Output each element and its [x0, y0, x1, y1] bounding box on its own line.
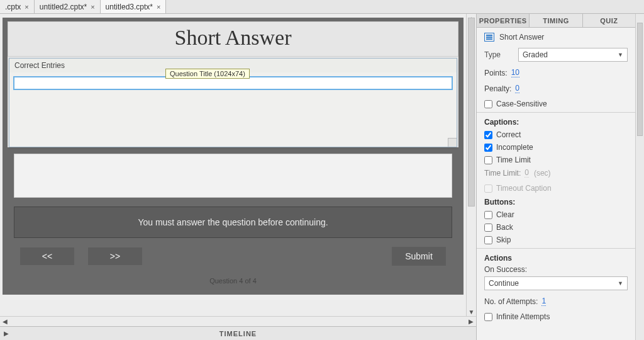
chevron-right-icon: ▶	[4, 330, 9, 337]
on-success-label: On Success:	[484, 265, 628, 274]
button-back-checkbox[interactable]	[484, 224, 492, 232]
scroll-thumb[interactable]	[468, 18, 475, 207]
scroll-left-icon[interactable]: ◀	[0, 317, 10, 326]
chevron-down-icon: ▼	[618, 52, 623, 58]
tab-label: untitled2.cptx*	[40, 3, 87, 11]
next-button[interactable]: >>	[88, 247, 142, 265]
type-select[interactable]: Graded ▼	[518, 48, 628, 62]
canvas-horizontal-scrollbar[interactable]: ◀ ▶	[0, 316, 476, 326]
scroll-right-icon[interactable]: ▶	[466, 317, 476, 326]
points-label: Points:	[484, 69, 508, 77]
scroll-thumb[interactable]	[637, 23, 643, 136]
question-title[interactable]: Short Answer	[8, 21, 458, 57]
button-skip-checkbox[interactable]	[484, 236, 492, 244]
attempts-value[interactable]: 1	[541, 297, 546, 306]
answer-area[interactable]	[14, 154, 452, 198]
document-tab-2[interactable]: untitled2.cptx* ×	[35, 0, 101, 13]
document-tabstrip: .cptx × untitled2.cptx* × untitled3.cptx…	[0, 0, 644, 14]
penalty-label: Penalty:	[484, 84, 511, 93]
captions-title: Captions:	[484, 118, 628, 127]
timelimit-unit: (sec)	[534, 169, 551, 178]
button-skip-label: Skip	[496, 235, 511, 244]
type-value: Graded	[523, 50, 548, 59]
on-success-value: Continue	[489, 279, 519, 288]
infinite-attempts-label: Infinite Attempts	[496, 312, 550, 321]
button-clear-checkbox[interactable]	[484, 211, 492, 219]
inspector-vertical-scrollbar[interactable]	[635, 14, 644, 340]
caption-incomplete-checkbox[interactable]	[484, 144, 492, 152]
prev-button[interactable]: <<	[20, 247, 74, 265]
case-sensitive-label: Case-Sensitive	[496, 99, 547, 108]
canvas-vertical-scrollbar[interactable]: ▲ ▼	[466, 14, 476, 316]
submit-button[interactable]: Submit	[392, 247, 446, 266]
document-tab-1[interactable]: .cptx ×	[0, 0, 35, 13]
timeout-caption-checkbox	[484, 184, 492, 193]
object-name: Short Answer	[499, 33, 544, 42]
actions-title: Actions	[484, 254, 628, 263]
type-label: Type	[484, 50, 514, 59]
buttons-title: Buttons:	[484, 198, 628, 207]
button-clear-label: Clear	[496, 210, 514, 219]
timeline-panel-header[interactable]: ▶ TIMELINE	[0, 326, 476, 340]
correct-entries-panel[interactable]: Correct Entries Question Title (1024x74)	[9, 58, 457, 147]
button-back-label: Back	[496, 223, 513, 232]
caption-incomplete-label: Incomplete	[496, 143, 533, 152]
tab-quiz[interactable]: QUIZ	[583, 14, 635, 27]
scroll-down-icon[interactable]: ▼	[467, 307, 476, 316]
timelimit-value[interactable]: 0	[525, 168, 529, 178]
resize-handle-icon[interactable]	[448, 138, 457, 147]
tab-properties[interactable]: PROPERTIES	[477, 14, 530, 27]
short-answer-icon	[484, 33, 494, 42]
caption-correct-checkbox[interactable]	[484, 131, 492, 139]
canvas[interactable]: Short Answer Correct Entries Question Ti…	[0, 14, 466, 316]
close-icon[interactable]: ×	[91, 3, 94, 11]
close-icon[interactable]: ×	[25, 3, 28, 11]
chevron-down-icon: ▼	[618, 280, 623, 286]
slide-stage: Short Answer Correct Entries Question Ti…	[3, 18, 464, 295]
attempts-label: No. of Attempts:	[484, 297, 538, 306]
document-tab-3[interactable]: untitled3.cptx* ×	[101, 0, 167, 13]
points-value[interactable]: 10	[511, 68, 519, 77]
tab-timing[interactable]: TIMING	[530, 14, 582, 27]
timeout-caption-label: Timeout Caption	[496, 184, 552, 193]
question-progress: Question 4 of 4	[14, 277, 452, 288]
caption-correct-label: Correct	[496, 130, 521, 139]
tab-label: .cptx	[5, 3, 21, 11]
inspector-tabs: PROPERTIES TIMING QUIZ	[477, 14, 635, 28]
case-sensitive-checkbox[interactable]	[484, 100, 492, 108]
close-icon[interactable]: ×	[157, 3, 160, 11]
size-tooltip: Question Title (1024x74)	[165, 69, 250, 79]
timelimit-label: Time Limit:	[484, 169, 521, 178]
infinite-attempts-checkbox[interactable]	[484, 313, 492, 321]
penalty-value[interactable]: 0	[515, 84, 519, 93]
caption-timelimit-checkbox[interactable]	[484, 156, 492, 164]
timeline-label: TIMELINE	[219, 330, 257, 337]
on-success-select[interactable]: Continue ▼	[484, 276, 628, 290]
incomplete-message[interactable]: You must answer the question before cont…	[14, 207, 452, 238]
caption-timelimit-label: Time Limit	[496, 156, 531, 164]
tab-label: untitled3.cptx*	[106, 3, 153, 11]
